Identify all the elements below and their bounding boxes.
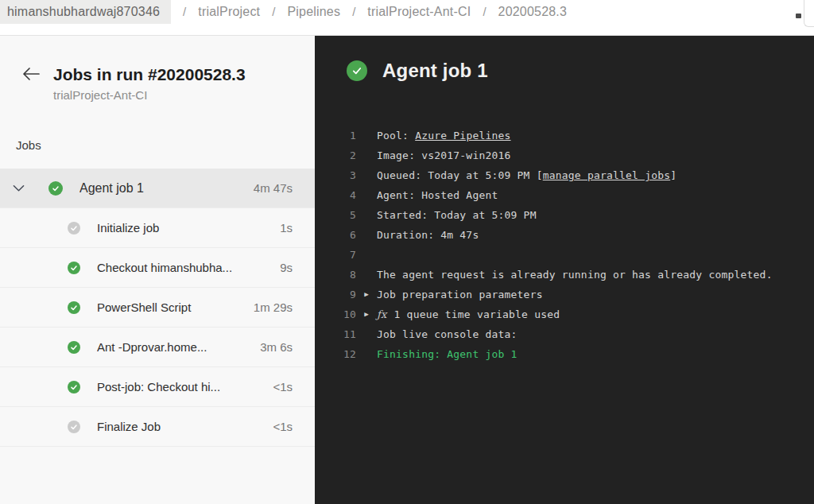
breadcrumb-item[interactable]: trialProject-Ant-CI bbox=[367, 0, 471, 24]
log-line-number[interactable]: 3 bbox=[315, 165, 356, 185]
log-line-number[interactable]: 7 bbox=[315, 245, 356, 265]
breadcrumb-separator: / bbox=[183, 0, 186, 24]
flyout-edge bbox=[804, 0, 814, 27]
job-duration: 9s bbox=[280, 261, 293, 274]
log-line[interactable]: 5Started: Today at 5:09 PM bbox=[315, 205, 814, 225]
job-label: Post-job: Checkout hi... bbox=[97, 380, 265, 394]
log-line-text: Queued: Today at 5:09 PM [manage paralle… bbox=[377, 165, 676, 185]
main-content: Jobs in run #20200528.3 trialProject-Ant… bbox=[0, 36, 814, 504]
log-line-number[interactable]: 4 bbox=[315, 185, 356, 205]
log-line[interactable]: 11Job live console data: bbox=[315, 324, 814, 344]
breadcrumb-item[interactable]: trialProject bbox=[198, 0, 260, 24]
log-line-number[interactable]: 1 bbox=[315, 126, 356, 145]
log-line[interactable]: 8The agent request is already running or… bbox=[315, 265, 814, 285]
log-text: 1 queue time variable used bbox=[394, 308, 560, 320]
log-text: Agent: Hosted Agent bbox=[377, 189, 498, 201]
log-console: Agent job 1 1Pool: Azure Pipelines2Image… bbox=[315, 36, 814, 504]
job-label: Initialize job bbox=[97, 221, 272, 235]
job-row[interactable]: PowerShell Script1m 29s bbox=[0, 288, 315, 328]
log-text: Duration: 4m 47s bbox=[377, 229, 479, 241]
log-line-text: Started: Today at 5:09 PM bbox=[377, 205, 537, 225]
log-text: The agent request is already running or … bbox=[377, 269, 773, 281]
log-line[interactable]: 9▶Job preparation parameters bbox=[315, 285, 814, 304]
log-line[interactable]: 4Agent: Hosted Agent bbox=[315, 185, 814, 205]
log-link[interactable]: manage parallel jobs bbox=[543, 169, 671, 181]
log-gutter bbox=[356, 344, 377, 364]
log-line-text: Job live console data: bbox=[377, 324, 517, 344]
log-line-number[interactable]: 11 bbox=[315, 324, 356, 344]
log-gutter bbox=[356, 265, 377, 285]
log-text: Image: vs2017-win2016 bbox=[377, 149, 511, 161]
log-line-number[interactable]: 9 bbox=[315, 285, 356, 304]
job-duration: 4m 47s bbox=[254, 181, 293, 195]
log-line[interactable]: 7 bbox=[315, 245, 814, 265]
log-line[interactable]: 1Pool: Azure Pipelines bbox=[315, 126, 814, 145]
status-neutral-icon bbox=[68, 421, 80, 433]
job-label: Finalize Job bbox=[97, 420, 265, 433]
log-line[interactable]: 10▶ƒx1 queue time variable used bbox=[315, 304, 814, 324]
chevron-down-icon[interactable] bbox=[13, 184, 32, 192]
breadcrumb-item[interactable]: Pipelines bbox=[287, 0, 340, 24]
breadcrumb-item[interactable]: 20200528.3 bbox=[498, 0, 568, 24]
expander-triangle-icon[interactable]: ▶ bbox=[356, 285, 377, 304]
job-duration: 3m 6s bbox=[260, 340, 293, 354]
log-line-number[interactable]: 5 bbox=[315, 205, 356, 225]
job-row[interactable]: Ant -Dprovar.home...3m 6s bbox=[0, 328, 315, 367]
log-gutter bbox=[356, 145, 377, 165]
job-row[interactable]: Checkout himanshubha...9s bbox=[0, 248, 315, 288]
breadcrumb-separator: / bbox=[483, 0, 486, 24]
panel-header: Jobs in run #20200528.3 trialProject-Ant… bbox=[0, 36, 315, 102]
log-line-number[interactable]: 6 bbox=[315, 225, 356, 245]
log-output: 1Pool: Azure Pipelines2Image: vs2017-win… bbox=[315, 126, 814, 364]
status-success-icon bbox=[48, 181, 63, 196]
status-neutral-icon bbox=[68, 222, 80, 235]
log-success-text: Finishing: Agent job 1 bbox=[377, 348, 517, 360]
job-duration: 1s bbox=[280, 221, 293, 235]
job-label: Ant -Dprovar.home... bbox=[97, 340, 252, 354]
status-success-icon bbox=[68, 381, 80, 394]
log-gutter bbox=[356, 245, 377, 265]
log-line-text: Job preparation parameters bbox=[377, 285, 543, 304]
log-line[interactable]: 3Queued: Today at 5:09 PM [manage parall… bbox=[315, 165, 814, 185]
log-line[interactable]: 2Image: vs2017-win2016 bbox=[315, 145, 814, 165]
log-line[interactable]: 6Duration: 4m 47s bbox=[315, 225, 814, 245]
log-line-number[interactable]: 12 bbox=[315, 344, 356, 364]
job-label: Agent job 1 bbox=[79, 181, 246, 196]
breadcrumb: himanshubhardwaj870346/trialProject/Pipe… bbox=[0, 0, 567, 24]
job-label: Checkout himanshubha... bbox=[97, 261, 272, 274]
job-duration: <1s bbox=[273, 420, 293, 433]
log-line-number[interactable]: 10 bbox=[315, 304, 356, 324]
log-line-text: The agent request is already running or … bbox=[377, 265, 773, 285]
panel-title-group: Jobs in run #20200528.3 trialProject-Ant… bbox=[53, 65, 246, 102]
job-row[interactable]: Agent job 14m 47s bbox=[0, 169, 315, 208]
log-gutter bbox=[356, 126, 377, 145]
back-arrow-icon[interactable] bbox=[21, 67, 42, 102]
jobs-section-label: Jobs bbox=[16, 138, 315, 152]
expander-triangle-icon[interactable]: ▶ bbox=[356, 304, 377, 324]
log-gutter bbox=[356, 185, 377, 205]
log-line-number[interactable]: 8 bbox=[315, 265, 356, 285]
job-row[interactable]: Post-job: Checkout hi...<1s bbox=[0, 367, 315, 407]
job-row[interactable]: Finalize Job<1s bbox=[0, 407, 315, 447]
log-text: Job live console data: bbox=[377, 328, 517, 340]
log-text: Job preparation parameters bbox=[377, 289, 543, 300]
log-gutter bbox=[356, 324, 377, 344]
log-line-number[interactable]: 2 bbox=[315, 145, 356, 165]
job-row[interactable]: Initialize job1s bbox=[0, 208, 315, 248]
log-text: ] bbox=[670, 169, 676, 181]
log-text: Started: Today at 5:09 PM bbox=[377, 209, 537, 221]
status-success-icon bbox=[68, 262, 80, 274]
log-line-text: Finishing: Agent job 1 bbox=[377, 344, 517, 364]
breadcrumb-item[interactable]: himanshubhardwaj870346 bbox=[0, 0, 171, 24]
jobs-panel: Jobs in run #20200528.3 trialProject-Ant… bbox=[0, 36, 315, 504]
log-link[interactable]: Azure Pipelines bbox=[415, 130, 510, 142]
log-line-text: Duration: 4m 47s bbox=[377, 225, 479, 245]
log-line-text: Image: vs2017-win2016 bbox=[377, 145, 511, 165]
status-success-icon bbox=[68, 301, 80, 314]
pipeline-name: trialProject-Ant-CI bbox=[53, 88, 246, 102]
job-list: Agent job 14m 47sInitialize job1sCheckou… bbox=[0, 169, 315, 447]
job-duration: <1s bbox=[273, 380, 293, 394]
log-line[interactable]: 12Finishing: Agent job 1 bbox=[315, 344, 814, 364]
breadcrumb-bar: himanshubhardwaj870346/trialProject/Pipe… bbox=[0, 0, 814, 36]
page-title: Jobs in run #20200528.3 bbox=[53, 65, 246, 84]
